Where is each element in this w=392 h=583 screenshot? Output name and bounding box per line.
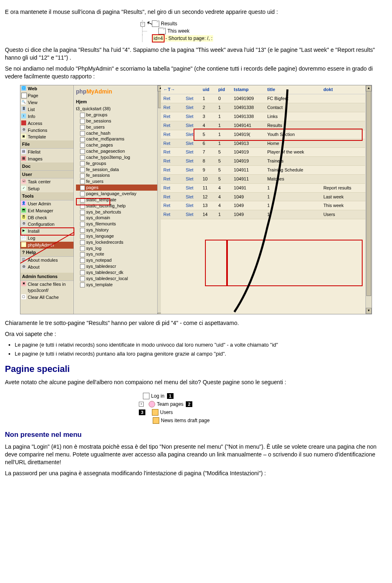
nav-item-page[interactable]: Page <box>20 92 74 99</box>
tree-table-fe_session_data[interactable]: fe_session_data <box>76 167 162 173</box>
edit-link[interactable]: Ret <box>161 210 183 219</box>
cell-tstamp: 104919( <box>232 130 265 139</box>
tree-table-sys_domain[interactable]: sys_domain <box>76 215 162 221</box>
tree-table-sys_lockedrecords[interactable]: sys_lockedrecords <box>76 239 162 245</box>
nav-item-dbcheck[interactable]: 🗄DB check <box>20 214 74 221</box>
nav-item-functions[interactable]: ⚙Functions <box>20 127 74 134</box>
tree-table-cache_pages[interactable]: cache_pages <box>76 142 162 148</box>
nav-item-install[interactable]: ▶Install <box>20 228 74 235</box>
tree-table-sys_note[interactable]: sys_note <box>76 251 162 257</box>
tree-table-fe_groups[interactable]: fe_groups <box>76 160 162 167</box>
nav-item-taskcenter[interactable]: ☑Task center <box>20 178 74 185</box>
tree-table-cache_typo3temp_log[interactable]: cache_typo3temp_log <box>76 154 162 160</box>
tree-table-sys_log[interactable]: sys_log <box>76 245 162 251</box>
nav-item-extmanager[interactable]: ⬒Ext Manager <box>20 207 74 214</box>
delete-link[interactable]: Slet <box>183 112 200 121</box>
table-row: RetSlet75104919Player of the week <box>161 148 372 157</box>
nav-section-help[interactable]: ? Help <box>20 249 74 257</box>
nav-item-about[interactable]: ◍About <box>20 264 74 271</box>
delete-link[interactable]: Slet <box>183 130 200 139</box>
nav-section-tools[interactable]: Tools <box>20 192 74 200</box>
nav-section-file[interactable]: File <box>20 140 74 149</box>
delete-link[interactable]: Slet <box>183 121 200 130</box>
nav-item-setup[interactable]: ✓Setup <box>20 185 74 192</box>
tree-table-sys_tabledescr_dk[interactable]: sys_tabledescr_dk <box>76 269 162 276</box>
tree-table-sys_be_shortcuts[interactable]: sys_be_shortcuts <box>76 209 162 215</box>
delete-link[interactable]: Slet <box>183 157 200 166</box>
nav-item-filelist[interactable]: ▤Filelist <box>20 149 74 156</box>
tree-table-static_tsconfig_help[interactable]: static_tsconfig_help <box>76 203 162 209</box>
edit-link[interactable]: Ret <box>161 130 183 139</box>
delete-link[interactable]: Slet <box>183 139 200 148</box>
edit-link[interactable]: Ret <box>161 112 183 121</box>
cell-uid: 1 <box>200 94 216 103</box>
tree-table-sys_history[interactable]: sys_history <box>76 227 162 233</box>
edit-link[interactable]: Ret <box>161 201 183 210</box>
col-pid[interactable]: pid <box>216 85 231 94</box>
edit-link[interactable]: Ret <box>161 174 183 183</box>
edit-link[interactable]: Ret <box>161 192 183 201</box>
delete-link[interactable]: Slet <box>183 183 200 192</box>
tree-table-cache_pagesection[interactable]: cache_pagesection <box>76 148 162 154</box>
tree-table-sys_tabledescr_local[interactable]: sys_tabledescr_local <box>76 276 162 282</box>
nav-item-access[interactable]: Access <box>20 120 74 127</box>
tree-table-be_groups[interactable]: be_groups <box>76 112 162 118</box>
tree-table-pages_language_overlay[interactable]: pages_language_overlay <box>76 191 162 197</box>
edit-link[interactable]: Ret <box>161 157 183 166</box>
delete-link[interactable]: Slet <box>183 103 200 112</box>
col-uid[interactable]: uid <box>200 85 216 94</box>
nav-item-log[interactable]: 📄Log <box>20 235 74 242</box>
edit-link[interactable]: Ret <box>161 94 183 103</box>
delete-link[interactable]: Slet <box>183 210 200 219</box>
nav-item-list[interactable]: ≣List <box>20 106 74 113</box>
tree-table-fe_users[interactable]: fe_users <box>76 178 162 185</box>
nav-item-view[interactable]: 🔍View <box>20 99 74 106</box>
delete-link[interactable]: Slet <box>183 174 200 183</box>
expand-icon[interactable]: + <box>139 402 144 407</box>
nav-section-web[interactable]: 🌐Web <box>20 85 74 92</box>
nav-section-doc[interactable]: Doc <box>20 162 74 171</box>
edit-link[interactable]: Ret <box>161 139 183 148</box>
delete-link[interactable]: Slet <box>183 166 200 175</box>
scroll-down-icon[interactable]: ▼ <box>366 308 372 314</box>
tree-table-sys_notepad[interactable]: sys_notepad <box>76 257 162 263</box>
nav-section-user[interactable]: User <box>20 171 74 179</box>
nav-item-aboutmodules[interactable]: ◫About modules <box>20 257 74 264</box>
edit-link[interactable]: Ret <box>161 121 183 130</box>
tree-table-sys_tabledescr[interactable]: sys_tabledescr <box>76 263 162 269</box>
edit-link[interactable]: Ret <box>161 103 183 112</box>
col-dokt[interactable]: dokt <box>321 85 365 94</box>
tree-table-sys_template[interactable]: sys_template <box>76 282 162 288</box>
tree-table-be_users[interactable]: be_users <box>76 124 162 130</box>
tree-home[interactable]: Hjem <box>76 99 162 105</box>
edit-link[interactable]: Ret <box>161 148 183 157</box>
tree-db[interactable]: t3_quickstart (38) <box>76 106 162 112</box>
tree-table-be_sessions[interactable]: be_sessions <box>76 118 162 124</box>
edit-link[interactable]: Ret <box>161 183 183 192</box>
edit-link[interactable]: Ret <box>161 166 183 175</box>
delete-link[interactable]: Slet <box>183 201 200 210</box>
nav-item-template[interactable]: ▣Template <box>20 134 74 140</box>
delete-link[interactable]: Slet <box>183 148 200 157</box>
nav-item-configuration[interactable]: ⚙Configuration <box>20 221 74 228</box>
delete-link[interactable]: Slet <box>183 192 200 201</box>
tree-table-static_template[interactable]: static_template <box>76 197 162 203</box>
scroll-up-icon[interactable]: ▲ <box>366 85 372 91</box>
col-tstamp[interactable]: tstamp <box>232 85 265 94</box>
delete-link[interactable]: Slet <box>183 94 200 103</box>
scroll-thumb[interactable] <box>366 91 371 296</box>
tree-table-fe_sessions[interactable]: fe_sessions <box>76 172 162 178</box>
nav-item-images[interactable]: ▦Images <box>20 156 74 162</box>
tree-table-sys_filemounts[interactable]: sys_filemounts <box>76 221 162 227</box>
nav-item-clearallcache[interactable]: ▢Clear All Cache <box>20 294 74 301</box>
tree-table-sys_language[interactable]: sys_language <box>76 233 162 239</box>
nav-item-useradmin[interactable]: 👤User Admin <box>20 200 74 207</box>
nav-item-clearcache[interactable]: ✖Clear cache files in typo3conf/ <box>20 281 74 294</box>
tree-table-pages[interactable]: pages <box>76 185 162 191</box>
scrollbar-main[interactable]: ▲ ▼ <box>365 85 372 314</box>
nav-item-info[interactable]: iInfo <box>20 113 74 120</box>
nav-item-phpmyadmin[interactable]: ⛁phpMyAdmin <box>20 242 74 249</box>
tree-table-cache_md5params[interactable]: cache_md5params <box>76 136 162 142</box>
col-title[interactable]: title <box>265 85 321 94</box>
tree-table-cache_hash[interactable]: cache_hash <box>76 130 162 136</box>
